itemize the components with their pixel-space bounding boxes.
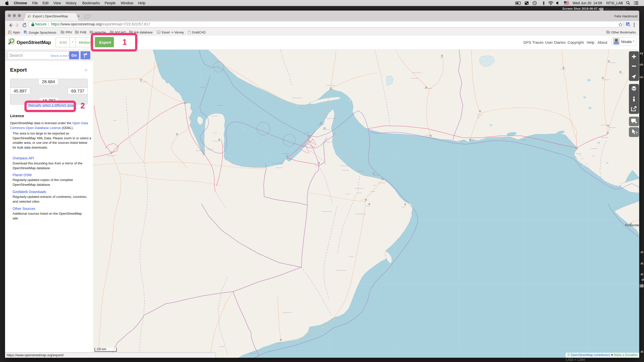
svg-text:?: ?: [636, 131, 638, 135]
svg-text:Porbandar: Porbandar: [625, 223, 639, 227]
